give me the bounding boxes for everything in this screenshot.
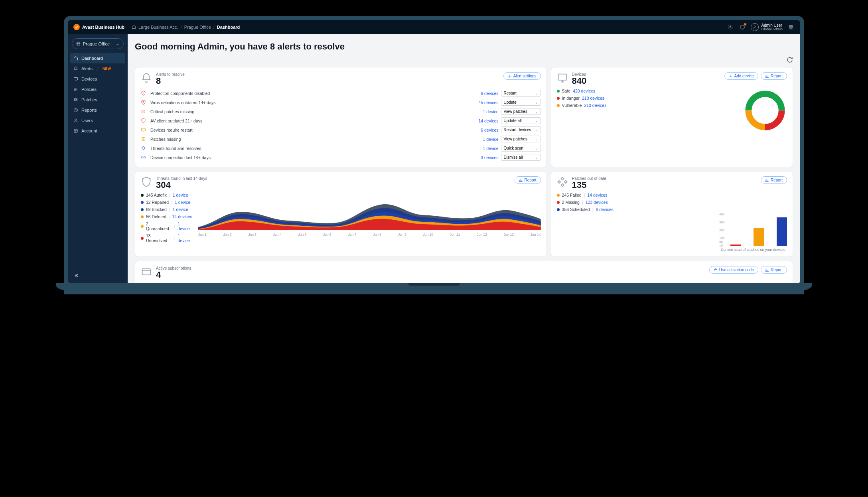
devices-card: Devices 840 Add device Report Safe 420 d… [551,67,793,167]
alert-device-link[interactable]: 45 devices [467,100,499,105]
alert-device-link[interactable]: 6 devices [467,91,499,96]
status-dot [557,90,560,93]
new-badge: NEW [103,67,111,71]
status-dot [557,97,560,100]
alert-action-select[interactable]: Restart [501,90,541,97]
threat-link[interactable]: 1 device [173,207,188,212]
alert-device-link[interactable]: 6 devices [467,128,499,132]
breadcrumb: Large Business Acc. / Prague Office / Da… [132,25,240,30]
alert-row: Virus definitions outdated 14+ days 45 d… [141,98,541,107]
sidebar-item-patches[interactable]: Patches [68,95,128,105]
alert-device-link[interactable]: 1 device [467,137,499,142]
sidebar-item-reports[interactable]: Reports [68,105,128,115]
devices-report-button[interactable]: Report [761,72,787,80]
patch-link[interactable]: 6 devices [596,207,613,212]
svg-rect-5 [789,28,791,29]
alert-row: Critical patches missing 1 device View p… [141,107,541,116]
bar-scheduled [777,217,787,246]
alert-device-link[interactable]: 14 devices [467,118,499,123]
threat-link[interactable]: 1 device [178,221,193,231]
status-dot [557,201,560,204]
svg-rect-21 [558,74,566,80]
brand-text: Avast Business Hub [82,25,124,30]
alert-text: Devices require restart [150,128,464,132]
threat-row: 145 Autofix | 1 device [141,193,193,197]
svg-point-2 [754,26,756,27]
alerts-count: 8 [156,77,185,85]
device-link[interactable]: 420 devices [573,89,595,93]
sidebar-item-account[interactable]: Account [68,126,128,136]
svg-rect-26 [142,269,151,275]
threat-link[interactable]: 1 device [175,200,190,205]
apps-icon[interactable] [787,24,795,31]
device-status-row: In danger 210 devices [557,96,738,101]
sidebar-item-alerts[interactable]: Alerts|NEW [68,63,128,74]
user-role: Global Admin [761,28,783,32]
alert-action-select[interactable]: View patches [501,108,541,115]
threat-link[interactable]: 1 device [178,233,193,243]
sidebar-item-users[interactable]: Users [68,115,128,126]
use-code-button[interactable]: Use activation code [709,266,758,274]
settings-icon[interactable] [727,24,734,31]
crumb-current: Dashboard [217,25,240,30]
svg-rect-17 [142,128,146,131]
svg-rect-18 [142,138,145,141]
alert-device-link[interactable]: 1 device [467,109,499,114]
alert-action-select[interactable]: Dismiss all [501,154,541,161]
collapse-sidebar-button[interactable] [68,269,128,283]
patch-row: 245 Failed | 14 devices [557,193,787,197]
crumb-root[interactable]: Large Business Acc. [138,25,178,30]
sidebar-item-dashboard[interactable]: Dashboard [70,53,125,63]
refresh-button[interactable] [787,57,793,65]
alert-row: AV client outdated 21+ days 14 devices U… [141,116,541,125]
threat-row: 13 Unresolved | 1 device [141,233,193,243]
sidebar-item-devices[interactable]: Devices [68,74,128,84]
alert-text: Device connection lost 14+ days [150,155,464,160]
alert-device-link[interactable]: 1 device [467,146,499,151]
brand: Avast Business Hub [73,24,124,30]
patches-card: Patches out of date 135 Report 245 Faile… [551,171,793,257]
shield-clock-icon [141,100,146,105]
bar-failed [730,245,741,246]
av-icon [141,118,146,123]
svg-point-20 [142,147,145,150]
crumb-mid[interactable]: Prague Office [184,25,211,30]
home-icon[interactable] [132,25,136,30]
patch-link[interactable]: 14 devices [587,193,607,197]
device-link[interactable]: 210 devices [582,96,604,101]
bug-icon [141,146,146,151]
threat-link[interactable]: 14 devices [172,214,192,219]
sidebar-item-policies[interactable]: Policies [68,84,128,95]
svg-point-19 [143,138,144,139]
alert-action-select[interactable]: Restart devices [501,126,541,133]
alert-action-select[interactable]: Quick scan [501,145,541,152]
threat-link[interactable]: 1 device [173,193,188,197]
svg-rect-3 [789,25,791,27]
alert-action-select[interactable]: View patches [501,136,541,142]
alerts-card: Alerts to resolve 8 Alert settings Prote… [135,67,547,167]
status-dot [557,208,560,211]
alert-device-link[interactable]: 3 devices [467,155,499,160]
svg-rect-4 [791,25,793,27]
alert-row: Device connection lost 14+ days 3 device… [141,153,541,162]
threats-report-button[interactable]: Report [515,176,541,184]
shield-icon [141,176,152,187]
alert-action-select[interactable]: Update [501,99,541,106]
svg-rect-12 [74,129,77,132]
patches-bar-chart: 400 300 200 100 50 10 [719,214,787,246]
device-link[interactable]: 210 devices [584,103,606,108]
alert-row: Devices require restart 6 devices Restar… [141,125,541,134]
add-device-button[interactable]: Add device [724,72,758,80]
patch-link[interactable]: 123 devices [586,200,608,205]
patch-row: 356 Scheduled | 6 devices [557,207,787,212]
user-menu[interactable]: Admin User Global Admin [751,23,783,32]
status-dot [141,215,144,218]
status-dot [141,208,144,211]
location-selector[interactable]: Prague Office ⌄ [72,38,124,49]
notifications-icon[interactable] [739,24,746,31]
devices-donut-chart [743,89,787,132]
patches-report-button[interactable]: Report [761,176,787,184]
alert-action-select[interactable]: Update all [501,117,541,124]
alert-settings-button[interactable]: Alert settings [503,72,541,80]
subs-report-button[interactable]: Report [761,266,787,274]
